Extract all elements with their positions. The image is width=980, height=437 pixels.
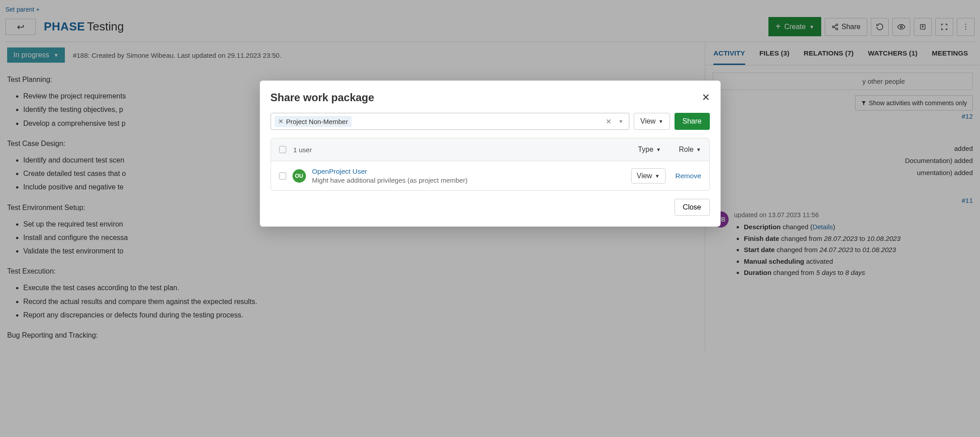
permission-label: View: [641, 117, 656, 125]
user-count: 1 user: [293, 146, 312, 154]
row-permission-label: View: [637, 172, 652, 180]
share-modal: Share work package ✕ ✕ Project Non-Membe…: [260, 81, 721, 227]
user-subtitle: Might have additional privileges (as pro…: [312, 176, 468, 184]
table-row: OU OpenProject User Might have additiona…: [271, 161, 709, 190]
share-button[interactable]: Share: [675, 113, 710, 130]
permission-select[interactable]: View ▼: [634, 113, 670, 130]
chevron-down-icon[interactable]: ▼: [617, 119, 625, 124]
modal-title: Share work package: [271, 91, 374, 104]
close-icon: ✕: [702, 92, 710, 103]
user-name-link[interactable]: OpenProject User: [312, 167, 468, 176]
chip-remove-icon[interactable]: ✕: [278, 118, 284, 125]
chevron-down-icon: ▼: [658, 119, 663, 124]
remove-link[interactable]: Remove: [675, 172, 701, 180]
type-column-header[interactable]: Type ▼: [638, 146, 661, 154]
chevron-down-icon: ▼: [656, 147, 661, 152]
chevron-down-icon: ▼: [655, 173, 660, 179]
clear-icon[interactable]: ✕: [603, 117, 614, 126]
select-all-checkbox[interactable]: [279, 146, 286, 153]
close-button[interactable]: Close: [675, 199, 710, 216]
row-checkbox[interactable]: [279, 172, 286, 180]
avatar[interactable]: OU: [293, 169, 306, 183]
modal-close-button[interactable]: ✕: [702, 92, 710, 103]
role-column-header[interactable]: Role ▼: [679, 146, 701, 154]
user-select-input[interactable]: ✕ Project Non-Member ✕ ▼: [271, 113, 629, 130]
chevron-down-icon: ▼: [696, 147, 701, 152]
chip-label: Project Non-Member: [286, 118, 348, 125]
row-permission-select[interactable]: View ▼: [631, 168, 666, 184]
user-chip: ✕ Project Non-Member: [275, 116, 352, 127]
